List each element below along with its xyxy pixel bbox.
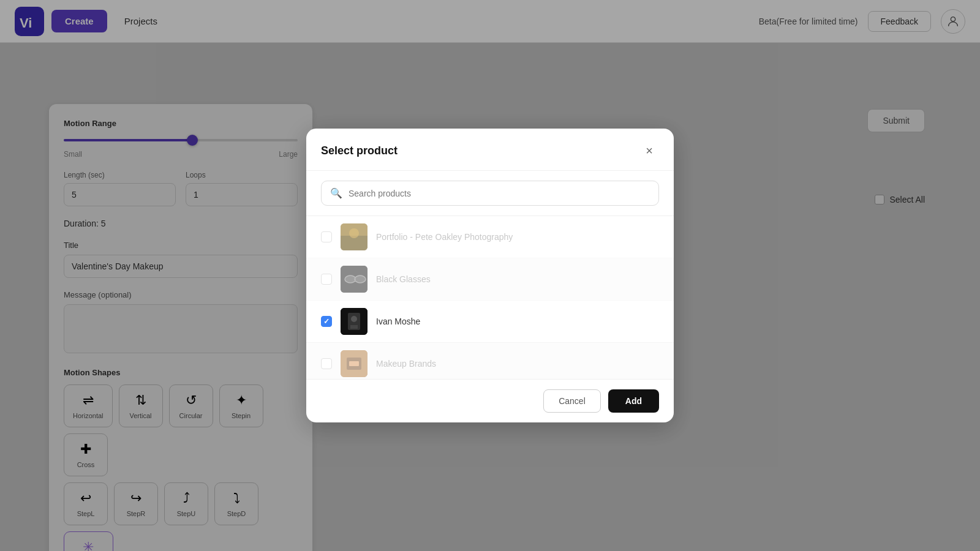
product-thumb-img-3 <box>341 308 368 335</box>
svg-point-12 <box>351 316 357 322</box>
svg-rect-16 <box>349 361 359 366</box>
product-checkbox-2[interactable] <box>321 274 332 285</box>
thumb-svg-4 <box>341 350 368 377</box>
product-name-2: Black Glasses <box>376 274 431 284</box>
product-thumb-1 <box>341 223 368 250</box>
product-list: Portfolio - Pete Oakley Photography <box>306 216 674 379</box>
thumb-svg-2 <box>341 266 368 293</box>
product-checkbox-4[interactable] <box>321 358 332 369</box>
modal-title: Select product <box>321 144 398 157</box>
product-thumb-4 <box>341 350 368 377</box>
search-icon: 🔍 <box>330 187 342 199</box>
search-input[interactable] <box>349 189 650 198</box>
product-thumb-3 <box>341 308 368 335</box>
product-checkbox-1[interactable] <box>321 231 332 242</box>
product-item[interactable]: Makeup Brands <box>306 343 674 379</box>
product-thumb-img-2 <box>341 266 368 293</box>
modal-search-area: 🔍 <box>306 171 674 216</box>
svg-point-5 <box>349 228 359 238</box>
product-thumb-img-1 <box>341 223 368 250</box>
select-product-modal: Select product × 🔍 <box>306 129 674 422</box>
add-button[interactable]: Add <box>608 389 659 413</box>
thumb-svg-3 <box>341 308 368 335</box>
modal-overlay: Select product × 🔍 <box>0 0 980 551</box>
search-input-wrap: 🔍 <box>321 181 659 206</box>
product-name-3: Ivan Moshe <box>376 317 420 326</box>
product-name-4: Makeup Brands <box>376 359 436 369</box>
svg-rect-13 <box>350 325 358 329</box>
modal-close-button[interactable]: × <box>639 141 659 160</box>
product-thumb-img-4 <box>341 350 368 377</box>
cancel-button[interactable]: Cancel <box>543 389 601 413</box>
product-item[interactable]: Portfolio - Pete Oakley Photography <box>306 216 674 258</box>
product-item[interactable]: Ivan Moshe <box>306 301 674 343</box>
product-checkbox-3[interactable] <box>321 316 332 327</box>
modal-header: Select product × <box>306 129 674 171</box>
product-thumb-2 <box>341 266 368 293</box>
product-item[interactable]: Black Glasses <box>306 258 674 301</box>
thumb-svg-1 <box>341 223 368 250</box>
product-name-1: Portfolio - Pete Oakley Photography <box>376 232 513 242</box>
svg-point-8 <box>355 276 366 283</box>
modal-footer: Cancel Add <box>306 379 674 422</box>
